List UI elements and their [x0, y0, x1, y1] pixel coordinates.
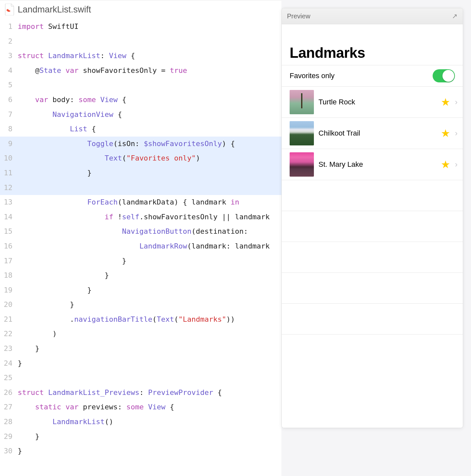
- code-line[interactable]: 18 }: [0, 268, 281, 283]
- code-content[interactable]: var body: some View {: [18, 93, 281, 107]
- empty-list-row: [282, 304, 463, 335]
- code-content[interactable]: Toggle(isOn: $showFavoritesOnly) {: [18, 137, 281, 151]
- line-number: 27: [0, 400, 18, 415]
- code-content[interactable]: [18, 181, 281, 195]
- code-content[interactable]: import SwiftUI: [18, 19, 281, 34]
- line-number: 11: [0, 166, 18, 181]
- code-line[interactable]: 11 }: [0, 166, 281, 181]
- landmark-thumbnail: [290, 152, 314, 177]
- code-line[interactable]: 25: [0, 371, 281, 385]
- code-content[interactable]: }: [18, 283, 281, 298]
- code-content[interactable]: }: [18, 254, 281, 269]
- code-line[interactable]: 14 if !self.showFavoritesOnly || landmar…: [0, 210, 281, 225]
- landmark-row[interactable]: Turtle Rock★›: [282, 87, 463, 118]
- code-line[interactable]: 4 @State var showFavoritesOnly = true: [0, 63, 281, 78]
- line-number: 2: [0, 34, 18, 49]
- preview-header: Preview ↗: [282, 8, 463, 24]
- line-number: 21: [0, 312, 18, 327]
- chevron-right-icon: ›: [455, 97, 458, 107]
- code-content[interactable]: [18, 78, 281, 93]
- code-line[interactable]: 5: [0, 78, 281, 93]
- code-area[interactable]: 1import SwiftUI23struct LandmarkList: Vi…: [0, 19, 281, 476]
- line-number: 30: [0, 444, 18, 459]
- favorites-switch[interactable]: [433, 69, 455, 82]
- file-name: LandmarkList.swift: [18, 5, 91, 15]
- landmark-name: St. Mary Lake: [318, 160, 436, 169]
- code-content[interactable]: LandmarkRow(landmark: landmark: [18, 239, 281, 254]
- line-number: 3: [0, 49, 18, 63]
- code-content[interactable]: .navigationBarTitle(Text("Landmarks")): [18, 312, 281, 327]
- code-content[interactable]: }: [18, 356, 281, 371]
- code-content[interactable]: struct LandmarkList: View {: [18, 49, 281, 63]
- code-content[interactable]: NavigationView {: [18, 107, 281, 122]
- code-line[interactable]: 17 }: [0, 254, 281, 269]
- code-content[interactable]: }: [18, 444, 281, 459]
- line-number: 8: [0, 122, 18, 137]
- code-content[interactable]: struct LandmarkList_Previews: PreviewPro…: [18, 385, 281, 400]
- code-content[interactable]: }: [18, 166, 281, 181]
- landmark-name: Chilkoot Trail: [318, 129, 436, 138]
- code-line[interactable]: 29 }: [0, 429, 281, 444]
- line-number: 17: [0, 254, 18, 269]
- line-number: 4: [0, 63, 18, 78]
- file-header: LandmarkList.swift: [0, 0, 281, 19]
- code-line[interactable]: 19 }: [0, 283, 281, 298]
- code-line[interactable]: 21 .navigationBarTitle(Text("Landmarks")…: [0, 312, 281, 327]
- code-line[interactable]: 10 Text("Favorites only"): [0, 151, 281, 166]
- code-line[interactable]: 20 }: [0, 297, 281, 312]
- line-number: 28: [0, 415, 18, 429]
- code-line[interactable]: 8 List {: [0, 122, 281, 137]
- line-number: 9: [0, 137, 18, 151]
- code-content[interactable]: LandmarkList(): [18, 415, 281, 429]
- code-line[interactable]: 23 }: [0, 341, 281, 356]
- code-line[interactable]: 3struct LandmarkList: View {: [0, 49, 281, 63]
- code-content[interactable]: Text("Favorites only"): [18, 151, 281, 166]
- code-line[interactable]: 2: [0, 34, 281, 49]
- code-content[interactable]: [18, 371, 281, 385]
- code-content[interactable]: }: [18, 297, 281, 312]
- code-line[interactable]: 22 ): [0, 327, 281, 341]
- favorites-toggle-row[interactable]: Favorites only: [282, 65, 463, 87]
- line-number: 23: [0, 341, 18, 356]
- code-content[interactable]: [18, 34, 281, 49]
- code-line[interactable]: 7 NavigationView {: [0, 107, 281, 122]
- chevron-right-icon: ›: [455, 160, 458, 169]
- empty-list-row: [282, 242, 463, 273]
- code-content[interactable]: List {: [18, 122, 281, 137]
- code-content[interactable]: }: [18, 341, 281, 356]
- line-number: 7: [0, 107, 18, 122]
- line-number: 24: [0, 356, 18, 371]
- code-line[interactable]: 13 ForEach(landmarkData) { landmark in: [0, 195, 281, 210]
- code-line[interactable]: 15 NavigationButton(destination:: [0, 224, 281, 239]
- code-content[interactable]: NavigationButton(destination:: [18, 224, 281, 239]
- code-line[interactable]: 24}: [0, 356, 281, 371]
- code-content[interactable]: if !self.showFavoritesOnly || landmark: [18, 210, 281, 225]
- line-number: 20: [0, 297, 18, 312]
- line-number: 18: [0, 268, 18, 283]
- line-number: 5: [0, 78, 18, 93]
- landmark-row[interactable]: St. Mary Lake★›: [282, 149, 463, 180]
- code-line[interactable]: 9 Toggle(isOn: $showFavoritesOnly) {: [0, 137, 281, 151]
- code-content[interactable]: ForEach(landmarkData) { landmark in: [18, 195, 281, 210]
- code-line[interactable]: 30}: [0, 444, 281, 459]
- code-content[interactable]: }: [18, 429, 281, 444]
- code-line[interactable]: 27 static var previews: some View {: [0, 400, 281, 415]
- toggle-label: Favorites only: [290, 72, 335, 80]
- landmark-row[interactable]: Chilkoot Trail★›: [282, 118, 463, 149]
- code-line[interactable]: 16 LandmarkRow(landmark: landmark: [0, 239, 281, 254]
- popout-icon[interactable]: ↗: [452, 12, 458, 20]
- code-content[interactable]: @State var showFavoritesOnly = true: [18, 63, 281, 78]
- code-line[interactable]: 12: [0, 181, 281, 195]
- line-number: 14: [0, 210, 18, 225]
- code-line[interactable]: 26struct LandmarkList_Previews: PreviewP…: [0, 385, 281, 400]
- code-content[interactable]: static var previews: some View {: [18, 400, 281, 415]
- code-content[interactable]: ): [18, 327, 281, 341]
- nav-title: Landmarks: [282, 24, 463, 65]
- preview-header-label: Preview: [287, 12, 310, 20]
- code-line[interactable]: 6 var body: some View {: [0, 93, 281, 107]
- code-content[interactable]: }: [18, 268, 281, 283]
- landmark-name: Turtle Rock: [318, 98, 436, 106]
- code-line[interactable]: 28 LandmarkList(): [0, 415, 281, 429]
- line-number: 15: [0, 224, 18, 239]
- code-line[interactable]: 1import SwiftUI: [0, 19, 281, 34]
